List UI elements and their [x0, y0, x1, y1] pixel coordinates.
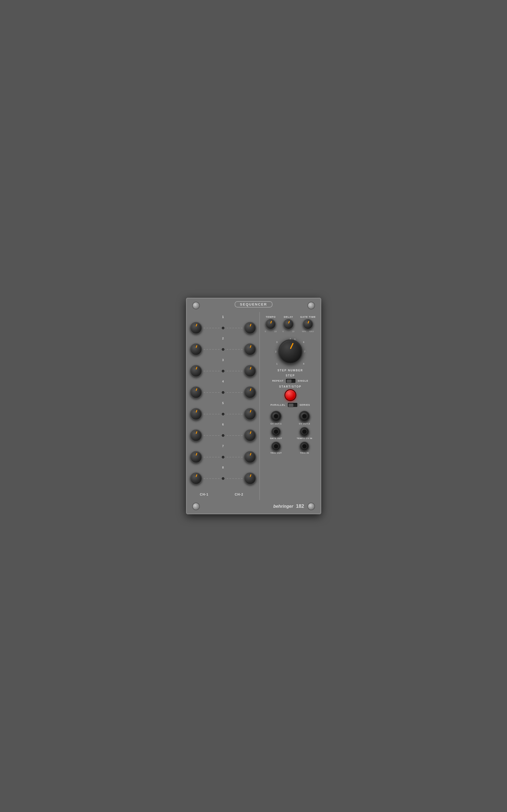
- ch1-knob-1[interactable]: [190, 322, 202, 334]
- step-mark-6: 6: [303, 341, 304, 344]
- tempo-max: 10: [274, 330, 277, 333]
- ch2-knob-4[interactable]: [244, 387, 256, 398]
- step-toggle[interactable]: [286, 379, 295, 383]
- step-number-6: 6: [222, 423, 224, 426]
- step-number-knob[interactable]: [278, 340, 302, 364]
- ch1-knob-6[interactable]: [190, 429, 202, 442]
- ch1-knob-8[interactable]: [190, 472, 202, 485]
- repeat-label: REPEAT: [272, 379, 284, 382]
- tempo-min: 0: [265, 330, 266, 333]
- delay-scale: 0 10: [283, 330, 294, 333]
- ch2-knob-5[interactable]: [244, 408, 256, 420]
- gate-time-knob[interactable]: [303, 319, 313, 329]
- trig-out-label: TRIG OUT: [270, 452, 282, 454]
- delay-max: 10: [292, 330, 294, 333]
- step-number-5: 5: [222, 402, 224, 405]
- ch2-knob-1[interactable]: [244, 322, 256, 334]
- led-7: [222, 456, 224, 458]
- led-6: [222, 434, 224, 437]
- step-number-7: 7: [222, 445, 224, 448]
- cv-out1-jack[interactable]: [271, 411, 281, 422]
- led-8: [222, 477, 224, 480]
- trig-in-jack[interactable]: [300, 442, 309, 451]
- step-row-4: 4: [189, 383, 257, 402]
- step-number-4: 4: [222, 380, 224, 383]
- step-number-2: 2: [222, 337, 224, 340]
- gate-min: MIN: [302, 330, 306, 333]
- led-1: [222, 327, 224, 329]
- bottom-brand: behringer 182: [187, 503, 321, 509]
- trig-in-group: TRIG IN: [291, 442, 318, 454]
- led-4: [222, 391, 224, 394]
- gate-out-jack[interactable]: [272, 427, 281, 436]
- step-number-label: STEP NUMBER: [277, 369, 303, 372]
- ch-labels: CH-1 CH-2: [187, 493, 259, 496]
- cv-out1-label: CV OUT-1: [271, 422, 282, 425]
- trig-out-group: TRIG OUT: [263, 442, 289, 454]
- tempo-scale: 0 10: [265, 330, 277, 333]
- ch1-knob-5[interactable]: [190, 408, 202, 420]
- step-number-section: 4 5 6 7 8 3 2 1 STEP NUMBER: [261, 335, 321, 372]
- step-row-5: 5: [189, 405, 257, 423]
- gate-out-label: GATE OUT: [270, 437, 282, 440]
- parallel-toggle-row: PARALLEL SERIES: [261, 403, 321, 407]
- main-panel: SEQUENCER 1 1 2: [186, 298, 321, 514]
- tempo-cv-in-group: TEMPO CV IN: [291, 427, 318, 440]
- step-knob-container: 4 5 6 7 8 3 2 1: [274, 335, 306, 368]
- ch2-knob-2[interactable]: [244, 344, 256, 355]
- right-section: TEMPO 0 10 DELAY 0 10 GATE TIME MI: [261, 313, 321, 499]
- jacks-grid: CV OUT-1 CV OUT-2 GATE OUT TEMPO CV IN T…: [261, 409, 321, 456]
- ch1-label: CH-1: [200, 493, 209, 496]
- single-label: SINGLE: [298, 379, 308, 382]
- trig-out-jack[interactable]: [272, 442, 281, 451]
- parallel-series-toggle[interactable]: [288, 403, 297, 407]
- tempo-cv-in-label: TEMPO CV IN: [297, 437, 312, 440]
- parallel-label: PARALLEL: [270, 404, 285, 406]
- step-number-1: 1: [222, 316, 224, 318]
- led-5: [222, 413, 224, 415]
- screw-tr: [307, 302, 315, 309]
- step-number-8: 8: [222, 466, 224, 469]
- steps-container: 1 1 2 3: [187, 313, 259, 491]
- cv-out2-label: CV OUT-2: [299, 422, 310, 425]
- start-stop-label: START/STOP: [261, 385, 321, 388]
- gate-time-group: GATE TIME MIN MAX: [300, 316, 316, 333]
- step-mark-1: 1: [276, 362, 278, 365]
- step-number-3: 3: [222, 359, 224, 362]
- step-row-1: 1 1: [189, 319, 257, 337]
- ch1-knob-2[interactable]: [190, 344, 202, 355]
- parallel-series-section: PARALLEL SERIES: [261, 403, 321, 407]
- ch1-knob-7[interactable]: [190, 451, 202, 463]
- screw-tl: [192, 302, 200, 309]
- gate-scale: MIN MAX: [302, 330, 314, 333]
- ch1-knob-3[interactable]: [190, 365, 202, 377]
- cv-out2-jack[interactable]: [299, 411, 310, 422]
- delay-group: DELAY 0 10: [283, 316, 294, 333]
- model-number: 182: [296, 503, 304, 509]
- step-row-8: 8: [189, 469, 257, 488]
- divider-vertical: [259, 312, 260, 500]
- ch2-knob-6[interactable]: [244, 429, 256, 442]
- step-row-7: 7: [189, 448, 257, 466]
- step-mark-7: 7: [304, 350, 305, 353]
- tempo-knob[interactable]: [266, 319, 276, 329]
- start-stop-section: START/STOP: [261, 385, 321, 401]
- ch1-knob-4[interactable]: [190, 387, 202, 398]
- start-stop-button[interactable]: [284, 389, 296, 401]
- ch2-knob-7[interactable]: [244, 451, 256, 463]
- brand-name: behringer: [273, 504, 293, 509]
- left-section: 1 1 2 3: [187, 313, 259, 499]
- ch2-label: CH-2: [235, 493, 243, 496]
- step-section: STEP REPEAT SINGLE: [261, 374, 321, 383]
- ch2-knob-8[interactable]: [244, 472, 256, 485]
- top-knobs-row: TEMPO 0 10 DELAY 0 10 GATE TIME MI: [261, 313, 321, 333]
- delay-knob[interactable]: [283, 319, 294, 329]
- ch2-knob-3[interactable]: [244, 365, 256, 377]
- led-2: [222, 348, 224, 351]
- step-mark-8: 8: [303, 362, 304, 365]
- tempo-group: TEMPO 0 10: [265, 316, 277, 333]
- tempo-cv-in-jack[interactable]: [300, 427, 309, 436]
- delay-min: 0: [283, 330, 284, 333]
- gate-max: MAX: [309, 330, 314, 333]
- panel-title: SEQUENCER: [234, 301, 272, 307]
